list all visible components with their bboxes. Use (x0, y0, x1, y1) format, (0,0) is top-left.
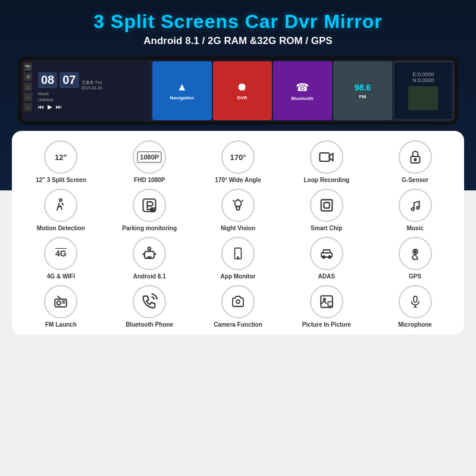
feature-item-13: ADAS (283, 237, 369, 280)
dvr-icon: ⏺ (237, 81, 248, 93)
feature-label-19: Microphone (398, 321, 432, 328)
feature-item-7: Night Vision (195, 189, 281, 232)
feature-circle-4 (399, 140, 432, 174)
feature-circle-12 (221, 237, 255, 270)
feature-label-16: Bluetooth Phone (126, 321, 173, 328)
svg-point-15 (148, 248, 151, 250)
feature-circle-16 (133, 285, 166, 318)
feature-item-3: Loop Recording (283, 140, 369, 184)
svg-point-33 (323, 299, 325, 300)
feature-item-0: 12"12" 3 Split Screen (18, 140, 104, 184)
feature-circle-13 (310, 237, 343, 270)
feature-label-1: FHD 1080P (134, 177, 165, 184)
feature-label-14: GPS (409, 273, 421, 280)
feature-item-4: G-Sensor (372, 140, 458, 184)
prev-icon: ⏮ (38, 104, 44, 110)
feature-item-17: Camera Function (195, 285, 281, 328)
clock-section: 08 07 无服务 Thu2015-01-01 Music Unknow ⏮ ▶… (38, 62, 148, 119)
screen-icon-camera: 📷 (24, 62, 32, 71)
app-panel-dvr: ⏺ DVR (213, 61, 272, 120)
clock-hour: 08 (38, 72, 57, 88)
screen-icon-back: ← (24, 93, 32, 101)
nav-icon: ▲ (177, 81, 187, 93)
feature-label-0: 12" 3 Split Screen (36, 177, 86, 184)
feature-label-11: Android 8.1 (133, 273, 166, 280)
dvr-label: DVR (237, 95, 248, 101)
feature-label-12: App Monitor (221, 273, 256, 280)
feature-item-19: Microphone (372, 285, 458, 328)
svg-point-30 (236, 300, 240, 303)
fm-frequency: 98.6 (355, 83, 371, 92)
feature-label-15: FM Launch (45, 321, 77, 328)
feature-circle-7 (221, 189, 255, 222)
app-panel-nav: ▲ Navigation (152, 61, 211, 120)
screen-icon-home: ⌂ (24, 83, 32, 91)
main-title: 3 Split Screens Car Dvr Mirror (12, 11, 464, 33)
svg-line-10 (242, 200, 243, 201)
feature-label-7: Night Vision (221, 225, 255, 232)
feature-item-11: Android 8.1 (107, 237, 193, 280)
feature-circle-14 (399, 237, 432, 270)
clock-time: 08 07 无服务 Thu2015-01-01 (38, 72, 148, 90)
svg-rect-11 (321, 200, 332, 211)
feature-circle-9 (399, 189, 432, 222)
feature-label-4: G-Sensor (402, 177, 428, 184)
features-grid: 12"12" 3 Split Screen1080PFHD 1080P170°1… (18, 140, 458, 328)
clock-date: 无服务 Thu2015-01-01 (82, 80, 103, 90)
svg-point-19 (237, 257, 239, 258)
play-icon: ▶ (48, 104, 52, 110)
clock-min: 07 (60, 72, 79, 88)
feature-circle-8 (310, 189, 343, 222)
screen-left: 📷 ⚙ ⌂ ← ♪ 08 07 无服务 Thu2015-01-01 Music … (21, 60, 151, 121)
feature-circle-3 (310, 140, 343, 174)
svg-point-26 (57, 301, 61, 305)
feature-item-2: 170°170° Wide Angle (195, 140, 281, 184)
feature-item-18: Picture In Picture (283, 285, 369, 328)
feature-item-15: FM Launch (18, 285, 104, 328)
feature-label-10: 4G & WIFI (47, 273, 75, 280)
bt-icon: ☎ (296, 81, 309, 94)
svg-point-3 (60, 199, 62, 201)
feature-label-5: Motion Detection (37, 225, 85, 232)
feature-item-6: PParking monitoring (107, 189, 193, 232)
screen-icon-gear: ⚙ (24, 73, 32, 81)
feature-label-13: ADAS (318, 273, 335, 280)
next-icon: ⏭ (56, 104, 62, 110)
app-panel-bluetooth: ☎ Bluetooth (273, 61, 332, 120)
svg-line-9 (233, 200, 234, 201)
svg-text:P: P (152, 209, 154, 212)
feature-circle-11 (133, 237, 166, 270)
feature-circle-6: P (133, 189, 166, 222)
feature-circle-1: 1080P (133, 140, 166, 174)
feature-circle-10: 4G (44, 237, 77, 270)
feature-label-2: 170° Wide Angle (215, 177, 261, 184)
app-panel-fm: 98.6 FM (333, 61, 392, 120)
bt-label: Bluetooth (292, 96, 314, 101)
music-track: Unknow (38, 98, 148, 102)
features-section: 12"12" 3 Split Screen1080PFHD 1080P170°1… (12, 131, 464, 334)
feature-label-8: Smart Chip (311, 225, 342, 232)
feature-circle-17 (221, 285, 255, 318)
svg-point-7 (235, 200, 242, 206)
svg-rect-12 (324, 202, 329, 208)
feature-item-9: Music (372, 189, 458, 232)
feature-circle-18 (310, 285, 343, 318)
feature-item-10: 4G4G & WIFI (18, 237, 104, 280)
sub-title: Android 8.1 / 2G RAM &32G ROM / GPS (12, 35, 464, 47)
app-panel-camera: E:0.0000N:0.0000 (393, 61, 453, 120)
feature-label-17: Camera Function (214, 321, 262, 328)
feature-circle-15 (44, 285, 77, 318)
music-label: Music (38, 92, 148, 96)
feature-circle-2: 170° (221, 140, 255, 174)
svg-rect-32 (328, 302, 333, 306)
feature-label-18: Picture In Picture (302, 321, 351, 328)
feature-item-8: Smart Chip (283, 189, 369, 232)
feature-item-5: Motion Detection (18, 189, 104, 232)
feature-item-16: Bluetooth Phone (107, 285, 193, 328)
feature-item-1: 1080PFHD 1080P (107, 140, 193, 184)
device-screen: 📷 ⚙ ⌂ ← ♪ 08 07 无服务 Thu2015-01-01 Music … (21, 60, 455, 121)
screen-center-panels: ▲ Navigation ⏺ DVR ☎ Bluetooth 98.6 FM E… (151, 60, 455, 121)
feature-circle-5 (44, 189, 77, 222)
feature-label-9: Music (406, 225, 423, 232)
feature-label-3: Loop Recording (303, 177, 349, 184)
